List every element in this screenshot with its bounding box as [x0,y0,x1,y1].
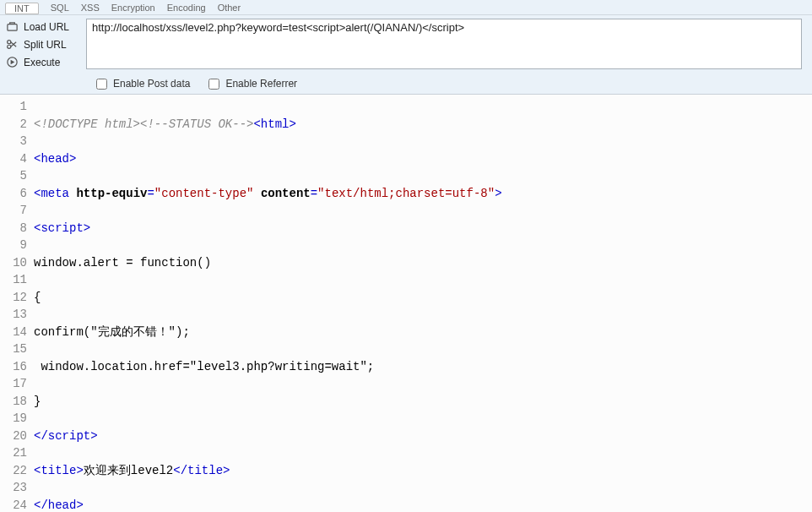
js-line: } [34,395,41,408]
meta-tag: meta [41,187,69,200]
split-url-button[interactable]: Split URL [5,35,83,53]
doctype: <!DOCTYPE html> [34,117,140,131]
head-close: /head [41,498,76,512]
split-icon [5,38,19,52]
top-tabs: INT SQL XSS Encryption Encoding Other [0,0,812,15]
tab-int[interactable]: INT [5,3,39,14]
html-open: html [261,117,290,131]
source-code-view: 123456789101112131415161718192021222324 … [0,95,812,512]
tab-xss[interactable]: XSS [81,3,100,13]
js-line: confirm("完成的不错！"); [34,325,190,339]
execute-label: Execute [24,57,60,68]
js-line: window.location.href="level3.php?writing… [34,360,382,373]
post-label: Enable Post data [113,78,190,90]
js-line: window.alert = function() [34,256,211,270]
title-open: title [41,464,76,477]
post-checkbox-input[interactable] [96,79,107,90]
tab-encryption[interactable]: Encryption [111,3,155,13]
tab-sql[interactable]: SQL [51,3,69,13]
line-number-gutter: 123456789101112131415161718192021222324 [0,98,34,512]
load-url-button[interactable]: Load URL [5,18,83,35]
load-icon [5,20,19,34]
referrer-label: Enable Referrer [225,78,297,90]
attr: http-equiv [76,187,147,200]
tab-encoding[interactable]: Encoding [167,3,206,13]
enable-referrer-checkbox[interactable]: Enable Referrer [205,76,297,92]
script-open: script [41,221,83,235]
title-close: /title [181,464,223,477]
options-row: Enable Post data Enable Referrer [0,74,812,94]
svg-point-1 [7,41,10,44]
execute-button[interactable]: Execute [5,53,83,71]
status-comment: <!--STATUS OK--> [140,117,253,131]
side-buttons: Load URL Split URL Execute [0,15,83,74]
referrer-checkbox-input[interactable] [208,79,219,90]
split-url-label: Split URL [24,39,67,51]
toolbar-section: INT SQL XSS Encryption Encoding Other Lo… [0,0,812,95]
head-open: head [41,152,69,166]
enable-post-checkbox[interactable]: Enable Post data [93,76,190,92]
title-text: 欢迎来到level2 [84,464,173,477]
svg-point-2 [7,45,10,48]
tab-other[interactable]: Other [218,3,241,13]
execute-icon [5,56,19,69]
svg-rect-0 [7,25,16,31]
load-url-label: Load URL [24,21,69,33]
attr: content [261,187,311,200]
url-input[interactable]: http://localhost/xss/level2.php?keyword=… [86,19,802,69]
js-line: { [34,291,41,304]
script-close: /script [41,429,90,443]
val: "content-type" [154,187,254,200]
code-content[interactable]: <!DOCTYPE html><!--STATUS OK--><html> <h… [34,98,812,512]
val: "text/html;charset=utf-8" [317,187,495,200]
